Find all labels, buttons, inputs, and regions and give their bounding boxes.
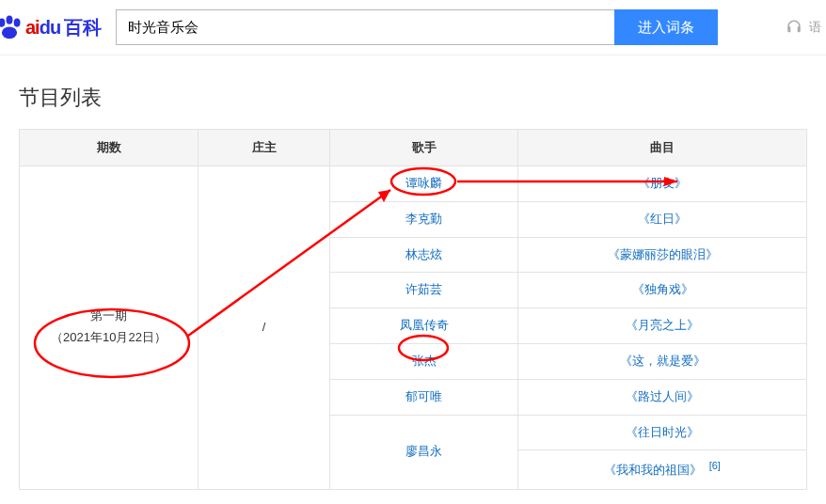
singer-link[interactable]: 凤凰传奇 xyxy=(400,318,449,332)
singer-link[interactable]: 郁可唯 xyxy=(405,389,442,403)
singer-link[interactable]: 廖昌永 xyxy=(405,444,442,458)
cell-song: 《路过人间》 xyxy=(518,379,807,415)
cell-episode: 第一期 （2021年10月22日） xyxy=(20,166,199,490)
song-link[interactable]: 《月亮之上》 xyxy=(626,318,699,332)
cell-song: 《月亮之上》 xyxy=(518,308,807,344)
singer-link[interactable]: 张杰 xyxy=(412,354,437,368)
episode-date: （2021年10月22日） xyxy=(25,328,192,348)
cell-singer: 谭咏麟 xyxy=(330,166,518,202)
section-title: 节目列表 xyxy=(19,84,807,112)
song-link[interactable]: 《朋友》 xyxy=(638,176,687,190)
table-header-row: 期数 庄主 歌手 曲目 xyxy=(20,130,807,166)
headphones-icon xyxy=(785,19,803,36)
cell-song: 《蒙娜丽莎的眼泪》 xyxy=(518,237,807,273)
reference-link[interactable]: [6] xyxy=(709,460,721,471)
cell-song: 《朋友》 xyxy=(518,166,807,202)
program-table: 期数 庄主 歌手 曲目 第一期 （2021年10月22日） / 谭咏麟 《朋友》 xyxy=(19,129,807,490)
svg-point-3 xyxy=(2,26,17,39)
song-link[interactable]: 《这，就是爱》 xyxy=(620,354,706,368)
cell-host: / xyxy=(199,166,330,490)
search-box: 进入词条 xyxy=(116,9,718,45)
cell-singer: 廖昌永 xyxy=(330,415,518,489)
cell-singer: 李克勤 xyxy=(330,201,518,237)
song-link[interactable]: 《蒙娜丽莎的眼泪》 xyxy=(608,247,718,261)
song-link[interactable]: 《路过人间》 xyxy=(626,389,699,403)
cell-singer: 张杰 xyxy=(330,343,518,379)
svg-point-0 xyxy=(0,18,5,26)
logo-cn: 百科 xyxy=(64,15,102,40)
singer-link[interactable]: 李克勤 xyxy=(405,212,442,226)
song-link[interactable]: 《独角戏》 xyxy=(632,282,693,296)
singer-link[interactable]: 谭咏麟 xyxy=(405,176,442,190)
singer-link[interactable]: 许茹芸 xyxy=(405,282,442,296)
cell-song: 《这，就是爱》 xyxy=(518,343,807,379)
baidu-baike-logo[interactable]: aidu 百科 xyxy=(0,15,102,40)
cell-singer: 林志炫 xyxy=(330,237,518,273)
table-wrap: 期数 庄主 歌手 曲目 第一期 （2021年10月22日） / 谭咏麟 《朋友》 xyxy=(19,129,807,490)
cell-song: 《我和我的祖国》 [6] xyxy=(518,450,807,489)
table-row: 第一期 （2021年10月22日） / 谭咏麟 《朋友》 xyxy=(20,166,807,202)
enter-entry-button[interactable]: 进入词条 xyxy=(614,9,718,45)
song-link[interactable]: 《往日时光》 xyxy=(626,425,699,439)
header-bar: aidu 百科 进入词条 语 xyxy=(0,0,826,55)
th-song: 曲目 xyxy=(518,130,807,166)
th-singer: 歌手 xyxy=(330,130,518,166)
cell-singer: 凤凰传奇 xyxy=(330,308,518,344)
language-switch[interactable]: 语 xyxy=(785,19,821,36)
th-host: 庄主 xyxy=(199,130,330,166)
cell-song: 《往日时光》 xyxy=(518,415,807,450)
svg-point-2 xyxy=(14,18,21,26)
svg-point-1 xyxy=(7,16,13,24)
th-episode: 期数 xyxy=(20,130,199,166)
episode-name: 第一期 xyxy=(90,308,127,323)
cell-singer: 郁可唯 xyxy=(330,379,518,415)
paw-icon xyxy=(0,15,24,39)
song-link[interactable]: 《我和我的祖国》 xyxy=(604,464,702,478)
singer-link[interactable]: 林志炫 xyxy=(405,247,442,261)
logo-latin: aidu xyxy=(25,17,60,39)
cell-singer: 许茹芸 xyxy=(330,273,518,308)
cell-song: 《独角戏》 xyxy=(518,273,807,308)
search-input[interactable] xyxy=(116,9,614,45)
language-label: 语 xyxy=(809,19,821,36)
cell-song: 《红日》 xyxy=(518,201,807,237)
content-area: 节目列表 期数 庄主 歌手 曲目 第一期 （2021年10月22日） / xyxy=(0,55,826,490)
song-link[interactable]: 《红日》 xyxy=(638,212,687,226)
